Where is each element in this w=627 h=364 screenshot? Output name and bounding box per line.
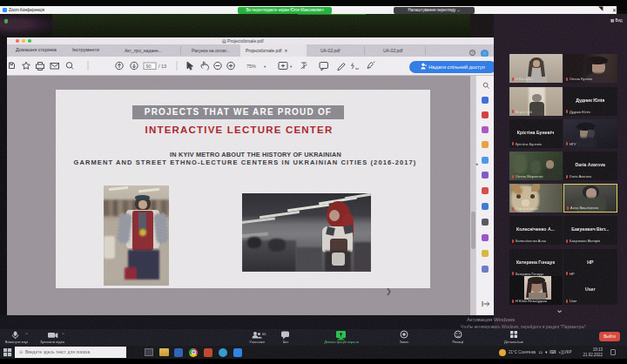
- svg-text:/ 13: / 13: [158, 64, 166, 69]
- svg-text:75%: 75%: [246, 64, 256, 69]
- svg-text:▾: ▾: [264, 64, 266, 69]
- svg-text:90: 90: [146, 64, 152, 69]
- svg-text:▾: ▾: [290, 64, 293, 69]
- svg-text:⌃: ⌃: [24, 333, 29, 338]
- svg-text:⌃: ⌃: [61, 333, 65, 338]
